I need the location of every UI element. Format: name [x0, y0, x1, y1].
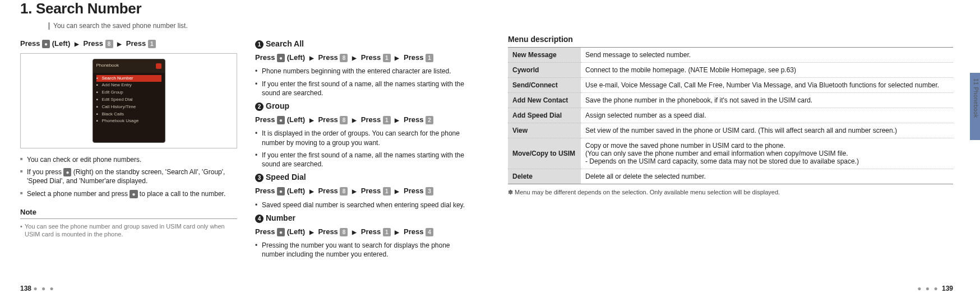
text: to place a call to the number.	[138, 190, 226, 198]
bullet-item: Select a phone number and press ● to pla…	[20, 189, 237, 199]
info-bullets: You can check or edit phone numbers. If …	[20, 155, 237, 199]
column-1: Press ● (Left) ▶ Press 8 ▶ Press 1 Phone…	[20, 35, 237, 263]
page-number-right: ● ● ● 139	[917, 285, 953, 292]
triangle-icon: ▶	[117, 40, 122, 48]
triangle-icon: ▶	[395, 229, 399, 236]
menu-item: Phonebook Usage	[96, 118, 161, 125]
triangle-icon: ▶	[352, 229, 357, 236]
screenshot-menu: Search Number Add New Entry Edit Group E…	[93, 73, 165, 128]
press-word: Press	[126, 39, 146, 48]
table-cell: Copy or move the saved phone number in U…	[581, 138, 953, 169]
section-tab-label: 11 Phonebook	[973, 78, 979, 118]
menu-item: Add New Entry	[96, 82, 161, 89]
table-cell: Set view of the number saved in the phon…	[581, 123, 953, 138]
table-row: Move/Copy to USIMCopy or move the saved …	[508, 138, 953, 169]
key-icon: 4	[426, 228, 433, 237]
bullet-item: Phone numbers beginning with the entered…	[255, 67, 472, 76]
footnote: ✽ Menu may be different depends on the s…	[508, 189, 953, 196]
bullet-item: If you enter the first sound of a name, …	[255, 80, 472, 97]
bar-icon	[48, 22, 50, 30]
bullet-item: Saved speed dial number is searched when…	[255, 201, 472, 209]
press-sequence: Press ● (Left) ▶ Press 8 ▶ Press 1 ▶ Pre…	[255, 53, 472, 63]
number-circle-icon: 3	[255, 174, 264, 182]
info-bullets: Phone numbers beginning with the entered…	[255, 67, 472, 97]
table-row: New MessageSend message to selected numb…	[508, 48, 953, 63]
table-row: CyworldConnect to the mobile homepage. (…	[508, 63, 953, 78]
key-icon: 1	[383, 187, 391, 196]
table-cell: Use e-mail, Voice Message Call, Call Me …	[581, 78, 953, 93]
table-head-cell: Add Speed Dial	[508, 108, 581, 123]
press-sequence-main: Press ● (Left) ▶ Press 8 ▶ Press 1	[20, 39, 237, 49]
menu-item: Call History/Time	[96, 104, 161, 111]
table-head-cell: Move/Copy to USIM	[508, 138, 581, 169]
triangle-icon: ▶	[395, 188, 399, 195]
subtitle-text: You can search the saved phone number li…	[53, 22, 188, 30]
subtitle-row: You can search the saved phone number li…	[48, 22, 472, 30]
table-cell: Send message to selected number.	[581, 48, 953, 63]
key-icon: 2	[426, 116, 433, 125]
key-icon: ●	[130, 190, 137, 199]
key-icon: 8	[105, 40, 113, 49]
number-circle-icon: 1	[255, 40, 264, 49]
key-icon: ●	[42, 40, 50, 49]
menu-item: Edit Group	[96, 89, 161, 96]
table-row: ViewSet view of the number saved in the …	[508, 123, 953, 138]
bullet-item: If you press ● (Right) on the standby sc…	[20, 167, 237, 186]
triangle-icon: ▶	[309, 229, 314, 236]
key-icon: ●	[63, 168, 71, 177]
key-icon: 8	[340, 116, 348, 125]
key-icon: ●	[277, 228, 285, 237]
key-icon: ●	[277, 187, 285, 196]
triangle-icon: ▶	[309, 117, 314, 124]
press-sequence: Press ● (Left) ▶ Press 8 ▶ Press 1 ▶ Pre…	[255, 227, 472, 237]
press-left-label: (Left)	[52, 39, 71, 48]
table-head-cell: New Message	[508, 48, 581, 63]
screenshot-title: Phonebook	[96, 63, 119, 69]
subsection-heading: 1Search All	[255, 39, 472, 49]
dots-icon: ● ● ●	[33, 285, 54, 292]
text: If you press	[27, 168, 63, 176]
table-row: Send/ConnectUse e-mail, Voice Message Ca…	[508, 78, 953, 93]
triangle-icon: ▶	[352, 117, 357, 124]
table-row: DeleteDelete all or delete the selected …	[508, 169, 953, 184]
key-icon: ●	[277, 116, 285, 125]
key-icon: ●	[277, 54, 285, 63]
number-circle-icon: 4	[255, 215, 264, 223]
key-icon: 1	[383, 228, 391, 237]
key-icon: 8	[340, 228, 348, 237]
triangle-icon: ▶	[395, 54, 399, 62]
key-icon: 8	[340, 54, 348, 63]
menu-description-heading: Menu description	[508, 35, 953, 44]
page-right: 11 Phonebook Menu description New Messag…	[490, 0, 980, 298]
table-head-cell: Delete	[508, 169, 581, 184]
page-number-value: 138	[20, 285, 31, 292]
number-circle-icon: 2	[255, 103, 264, 111]
note-heading: Note	[20, 207, 237, 219]
page-left: 1. Search Number You can search the save…	[0, 0, 490, 298]
menu-item: Black Calls	[96, 111, 161, 118]
table-row: Add Speed DialAssign selected number as …	[508, 108, 953, 123]
page-number-value: 139	[942, 285, 953, 292]
table-cell: Assign selected number as a speed dial.	[581, 108, 953, 123]
key-icon: 1	[148, 40, 156, 49]
table-cell: Save the phone number in the phonebook, …	[581, 93, 953, 108]
bullet-item: It is displayed in the order of groups. …	[255, 129, 472, 147]
subsection-heading: 2Group	[255, 101, 472, 111]
subsection-heading: 3Speed Dial	[255, 172, 472, 183]
info-bullets: Saved speed dial number is searched when…	[255, 201, 472, 209]
menu-description-table: New MessageSend message to selected numb…	[508, 47, 953, 184]
key-icon: 1	[383, 54, 391, 63]
table-row: Add New ContactSave the phone number in …	[508, 93, 953, 108]
press-sequence: Press ● (Left) ▶ Press 8 ▶ Press 1 ▶ Pre…	[255, 186, 472, 196]
logo-icon	[156, 63, 161, 69]
table-cell: Delete all or delete the selected number…	[581, 169, 953, 184]
page-title: 1. Search Number	[20, 0, 472, 17]
press-word: Press	[20, 39, 40, 48]
press-sequence: Press ● (Left) ▶ Press 8 ▶ Press 1 ▶ Pre…	[255, 115, 472, 125]
bullet-item: If you enter the first sound of a name, …	[255, 151, 472, 169]
triangle-icon: ▶	[75, 40, 79, 48]
triangle-icon: ▶	[352, 188, 357, 195]
triangle-icon: ▶	[309, 54, 314, 62]
press-word: Press	[83, 39, 103, 48]
note-body: You can see the phone number and group s…	[20, 222, 237, 239]
